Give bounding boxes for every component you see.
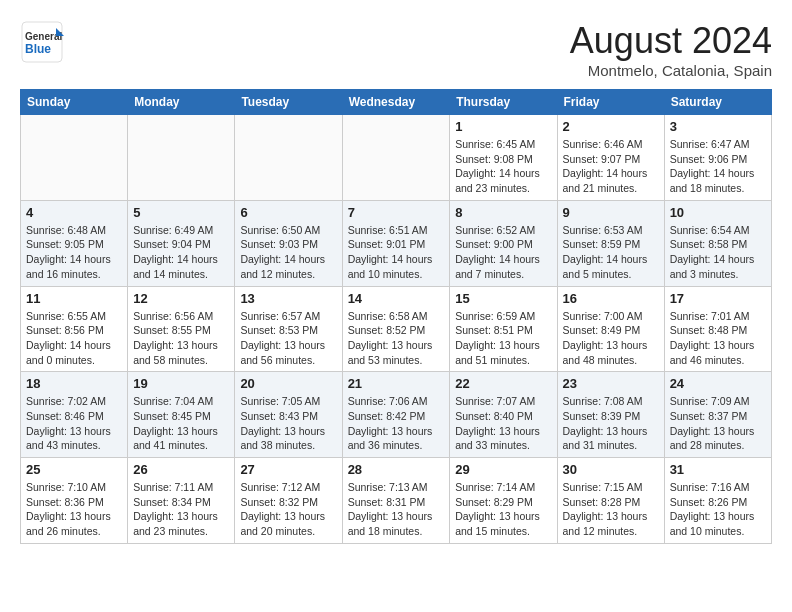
- day-number: 10: [670, 205, 766, 220]
- table-row: 29Sunrise: 7:14 AM Sunset: 8:29 PM Dayli…: [450, 458, 557, 544]
- day-number: 24: [670, 376, 766, 391]
- table-row: 21Sunrise: 7:06 AM Sunset: 8:42 PM Dayli…: [342, 372, 450, 458]
- day-number: 28: [348, 462, 445, 477]
- day-number: 9: [563, 205, 659, 220]
- table-row: 13Sunrise: 6:57 AM Sunset: 8:53 PM Dayli…: [235, 286, 342, 372]
- calendar-week-row: 4Sunrise: 6:48 AM Sunset: 9:05 PM Daylig…: [21, 200, 772, 286]
- logo: General Blue: [20, 20, 64, 64]
- svg-text:Blue: Blue: [25, 42, 51, 56]
- day-number: 26: [133, 462, 229, 477]
- day-number: 31: [670, 462, 766, 477]
- day-number: 27: [240, 462, 336, 477]
- day-info: Sunrise: 7:16 AM Sunset: 8:26 PM Dayligh…: [670, 480, 766, 539]
- day-info: Sunrise: 6:50 AM Sunset: 9:03 PM Dayligh…: [240, 223, 336, 282]
- day-info: Sunrise: 6:53 AM Sunset: 8:59 PM Dayligh…: [563, 223, 659, 282]
- day-number: 8: [455, 205, 551, 220]
- table-row: 23Sunrise: 7:08 AM Sunset: 8:39 PM Dayli…: [557, 372, 664, 458]
- day-info: Sunrise: 7:14 AM Sunset: 8:29 PM Dayligh…: [455, 480, 551, 539]
- col-tuesday: Tuesday: [235, 90, 342, 115]
- table-row: 28Sunrise: 7:13 AM Sunset: 8:31 PM Dayli…: [342, 458, 450, 544]
- table-row: 24Sunrise: 7:09 AM Sunset: 8:37 PM Dayli…: [664, 372, 771, 458]
- table-row: 26Sunrise: 7:11 AM Sunset: 8:34 PM Dayli…: [128, 458, 235, 544]
- day-info: Sunrise: 6:51 AM Sunset: 9:01 PM Dayligh…: [348, 223, 445, 282]
- calendar-week-row: 11Sunrise: 6:55 AM Sunset: 8:56 PM Dayli…: [21, 286, 772, 372]
- day-info: Sunrise: 6:58 AM Sunset: 8:52 PM Dayligh…: [348, 309, 445, 368]
- table-row: [128, 115, 235, 201]
- location: Montmelo, Catalonia, Spain: [570, 62, 772, 79]
- day-info: Sunrise: 6:47 AM Sunset: 9:06 PM Dayligh…: [670, 137, 766, 196]
- day-info: Sunrise: 7:10 AM Sunset: 8:36 PM Dayligh…: [26, 480, 122, 539]
- day-info: Sunrise: 6:59 AM Sunset: 8:51 PM Dayligh…: [455, 309, 551, 368]
- day-number: 4: [26, 205, 122, 220]
- table-row: 14Sunrise: 6:58 AM Sunset: 8:52 PM Dayli…: [342, 286, 450, 372]
- day-number: 5: [133, 205, 229, 220]
- table-row: [342, 115, 450, 201]
- table-row: 10Sunrise: 6:54 AM Sunset: 8:58 PM Dayli…: [664, 200, 771, 286]
- table-row: 8Sunrise: 6:52 AM Sunset: 9:00 PM Daylig…: [450, 200, 557, 286]
- day-info: Sunrise: 7:11 AM Sunset: 8:34 PM Dayligh…: [133, 480, 229, 539]
- day-number: 1: [455, 119, 551, 134]
- table-row: 11Sunrise: 6:55 AM Sunset: 8:56 PM Dayli…: [21, 286, 128, 372]
- table-row: 18Sunrise: 7:02 AM Sunset: 8:46 PM Dayli…: [21, 372, 128, 458]
- col-thursday: Thursday: [450, 90, 557, 115]
- day-number: 15: [455, 291, 551, 306]
- table-row: 31Sunrise: 7:16 AM Sunset: 8:26 PM Dayli…: [664, 458, 771, 544]
- day-info: Sunrise: 6:57 AM Sunset: 8:53 PM Dayligh…: [240, 309, 336, 368]
- day-number: 23: [563, 376, 659, 391]
- table-row: 2Sunrise: 6:46 AM Sunset: 9:07 PM Daylig…: [557, 115, 664, 201]
- day-info: Sunrise: 7:05 AM Sunset: 8:43 PM Dayligh…: [240, 394, 336, 453]
- table-row: [235, 115, 342, 201]
- table-row: 22Sunrise: 7:07 AM Sunset: 8:40 PM Dayli…: [450, 372, 557, 458]
- col-saturday: Saturday: [664, 90, 771, 115]
- day-number: 19: [133, 376, 229, 391]
- day-number: 30: [563, 462, 659, 477]
- day-info: Sunrise: 6:56 AM Sunset: 8:55 PM Dayligh…: [133, 309, 229, 368]
- day-number: 21: [348, 376, 445, 391]
- table-row: 6Sunrise: 6:50 AM Sunset: 9:03 PM Daylig…: [235, 200, 342, 286]
- calendar-week-row: 1Sunrise: 6:45 AM Sunset: 9:08 PM Daylig…: [21, 115, 772, 201]
- day-info: Sunrise: 6:52 AM Sunset: 9:00 PM Dayligh…: [455, 223, 551, 282]
- day-number: 7: [348, 205, 445, 220]
- calendar-week-row: 18Sunrise: 7:02 AM Sunset: 8:46 PM Dayli…: [21, 372, 772, 458]
- col-friday: Friday: [557, 90, 664, 115]
- table-row: 5Sunrise: 6:49 AM Sunset: 9:04 PM Daylig…: [128, 200, 235, 286]
- table-row: 7Sunrise: 6:51 AM Sunset: 9:01 PM Daylig…: [342, 200, 450, 286]
- table-row: 1Sunrise: 6:45 AM Sunset: 9:08 PM Daylig…: [450, 115, 557, 201]
- calendar-week-row: 25Sunrise: 7:10 AM Sunset: 8:36 PM Dayli…: [21, 458, 772, 544]
- title-block: August 2024 Montmelo, Catalonia, Spain: [570, 20, 772, 79]
- day-number: 22: [455, 376, 551, 391]
- day-number: 29: [455, 462, 551, 477]
- logo-icon: General Blue: [20, 20, 64, 64]
- day-info: Sunrise: 6:54 AM Sunset: 8:58 PM Dayligh…: [670, 223, 766, 282]
- table-row: 3Sunrise: 6:47 AM Sunset: 9:06 PM Daylig…: [664, 115, 771, 201]
- day-info: Sunrise: 6:45 AM Sunset: 9:08 PM Dayligh…: [455, 137, 551, 196]
- day-info: Sunrise: 7:07 AM Sunset: 8:40 PM Dayligh…: [455, 394, 551, 453]
- day-info: Sunrise: 7:02 AM Sunset: 8:46 PM Dayligh…: [26, 394, 122, 453]
- table-row: 25Sunrise: 7:10 AM Sunset: 8:36 PM Dayli…: [21, 458, 128, 544]
- table-row: 17Sunrise: 7:01 AM Sunset: 8:48 PM Dayli…: [664, 286, 771, 372]
- day-number: 16: [563, 291, 659, 306]
- day-info: Sunrise: 7:00 AM Sunset: 8:49 PM Dayligh…: [563, 309, 659, 368]
- table-row: 19Sunrise: 7:04 AM Sunset: 8:45 PM Dayli…: [128, 372, 235, 458]
- col-wednesday: Wednesday: [342, 90, 450, 115]
- table-row: 27Sunrise: 7:12 AM Sunset: 8:32 PM Dayli…: [235, 458, 342, 544]
- day-number: 14: [348, 291, 445, 306]
- page-header: General Blue August 2024 Montmelo, Catal…: [20, 20, 772, 79]
- day-info: Sunrise: 7:13 AM Sunset: 8:31 PM Dayligh…: [348, 480, 445, 539]
- day-number: 3: [670, 119, 766, 134]
- month-title: August 2024: [570, 20, 772, 62]
- day-number: 2: [563, 119, 659, 134]
- day-info: Sunrise: 6:46 AM Sunset: 9:07 PM Dayligh…: [563, 137, 659, 196]
- day-info: Sunrise: 6:48 AM Sunset: 9:05 PM Dayligh…: [26, 223, 122, 282]
- day-number: 17: [670, 291, 766, 306]
- calendar-header-row: Sunday Monday Tuesday Wednesday Thursday…: [21, 90, 772, 115]
- table-row: 4Sunrise: 6:48 AM Sunset: 9:05 PM Daylig…: [21, 200, 128, 286]
- day-info: Sunrise: 7:08 AM Sunset: 8:39 PM Dayligh…: [563, 394, 659, 453]
- table-row: 12Sunrise: 6:56 AM Sunset: 8:55 PM Dayli…: [128, 286, 235, 372]
- col-monday: Monday: [128, 90, 235, 115]
- day-number: 6: [240, 205, 336, 220]
- day-number: 11: [26, 291, 122, 306]
- day-number: 13: [240, 291, 336, 306]
- calendar-table: Sunday Monday Tuesday Wednesday Thursday…: [20, 89, 772, 544]
- day-info: Sunrise: 7:15 AM Sunset: 8:28 PM Dayligh…: [563, 480, 659, 539]
